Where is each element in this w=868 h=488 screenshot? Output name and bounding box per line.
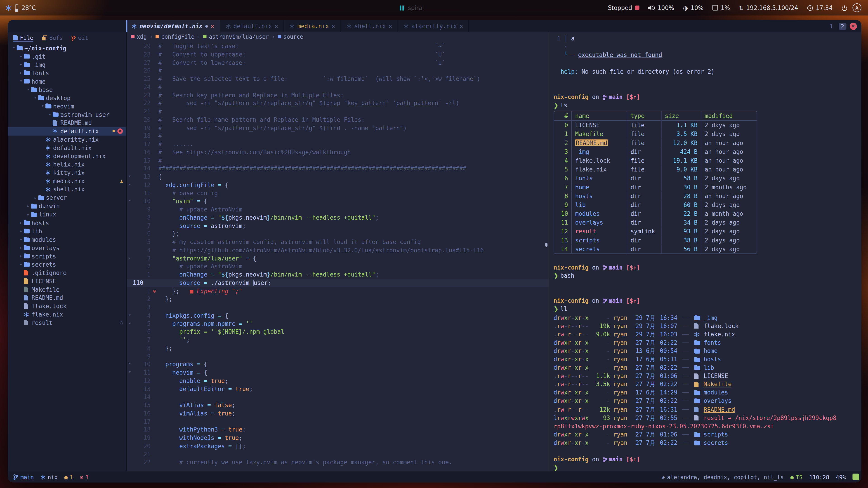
workspace-label[interactable]: spiral xyxy=(408,4,424,11)
buffer-tab-media.nix[interactable]: media.nix× xyxy=(284,20,341,32)
breadcrumb-item[interactable]: source xyxy=(278,33,303,39)
tree-item-modules[interactable]: ▸modules xyxy=(8,235,126,243)
fold-chevron-icon[interactable]: ▾ xyxy=(127,360,133,368)
editor-line[interactable]: 12 enable = true; xyxy=(127,377,549,385)
close-file-icon[interactable]: × xyxy=(117,128,123,134)
terminal-command-line[interactable]: ❯ xyxy=(554,464,862,471)
tree-item-development.nix[interactable]: development.nix xyxy=(8,152,126,160)
editor-line[interactable]: 5 # my cusotom astronvim config, astronv… xyxy=(127,238,549,246)
fold-chevron-icon[interactable]: ▾ xyxy=(127,320,133,328)
tree-item-desktop[interactable]: ▾desktop xyxy=(8,94,126,102)
editor-line[interactable]: ▾12 xdg.configFile = { xyxy=(127,181,549,189)
buffer-tab-shell.nix[interactable]: shell.nix× xyxy=(341,20,398,32)
editor-line[interactable]: 24 # xyxy=(127,83,549,91)
fold-chevron-icon[interactable]: ▾ xyxy=(127,173,133,181)
network-address[interactable]: 192.168.5.100/24 xyxy=(746,4,798,11)
tree-item-media.nix[interactable]: media.nix▲ xyxy=(8,177,126,185)
editor-line[interactable]: 27 # Convert to lowercase: `u` xyxy=(127,58,549,66)
chevron-right-icon[interactable]: ▸ xyxy=(18,237,24,242)
tree-item-secrets[interactable]: ▸secrets xyxy=(8,260,126,269)
editor-line[interactable]: 6 }; xyxy=(127,230,549,238)
editor-line[interactable]: 3 xyxy=(127,303,549,311)
tree-item-hosts[interactable]: ▸hosts xyxy=(8,219,126,227)
tree-item-linux[interactable]: ▸linux xyxy=(8,210,126,219)
breadcrumb-item[interactable]: xdg xyxy=(131,33,147,39)
tree-item-.gitignore[interactable]: .gitignore xyxy=(8,268,126,277)
tree-item-result[interactable]: result○ xyxy=(8,319,126,327)
tree-item-README.md[interactable]: README.md xyxy=(8,293,126,302)
chevron-right-icon[interactable]: ▸ xyxy=(26,203,31,208)
tree-item-Makefile[interactable]: Makefile xyxy=(8,285,126,293)
sidebar-tab-file[interactable]: File xyxy=(13,35,33,41)
tree-item-flake.lock[interactable]: flake.lock xyxy=(8,302,126,310)
editor-line[interactable]: 14 xyxy=(127,393,549,401)
code-editor[interactable]: xdg›configFile›astronvim/lua/user›source… xyxy=(127,32,549,471)
editor-line[interactable]: ▾10 programs = { xyxy=(127,360,549,368)
editor-line[interactable]: 11 # base config xyxy=(127,189,549,197)
tree-item-kitty.nix[interactable]: kitty.nix xyxy=(8,168,126,177)
close-window-icon[interactable]: × xyxy=(850,22,857,30)
tree-item-shell.nix[interactable]: shell.nix xyxy=(8,185,126,194)
terminal-command-line[interactable]: ❯ bash xyxy=(554,272,862,280)
chevron-right-icon[interactable]: ▸ xyxy=(26,212,31,217)
chevron-right-icon[interactable]: ▸ xyxy=(18,220,24,225)
tree-item-darwin[interactable]: ▸darwin xyxy=(8,202,126,210)
buffer-tab-default.nix[interactable]: default.nix× xyxy=(220,20,284,32)
tree-item-default.nix[interactable]: default.nix xyxy=(8,144,126,152)
editor-line[interactable]: 8 }; xyxy=(127,344,549,352)
close-tab-icon[interactable]: × xyxy=(211,23,214,29)
editor-line[interactable]: ▾11 neovim = { xyxy=(127,368,549,377)
tree-item-LICENSE[interactable]: LICENSE xyxy=(8,277,126,285)
chevron-down-icon[interactable]: ▾ xyxy=(18,78,24,84)
editor-line[interactable]: 6 prefix = ''${HOME}/.npm-global xyxy=(127,328,549,336)
close-tab-icon[interactable]: × xyxy=(332,23,335,29)
editor-line[interactable]: 1⊗ }; ■ Expecting ";" xyxy=(127,287,549,295)
tree-item-README.md[interactable]: README.md xyxy=(8,119,126,127)
editor-line[interactable]: 9 xyxy=(127,352,549,360)
tree-item-alacritty.nix[interactable]: alacritty.nix xyxy=(8,135,126,144)
editor-line[interactable]: 8 onChange = "${pkgs.neovim}/bin/nvim --… xyxy=(127,214,549,222)
editor-line[interactable]: 2 }; xyxy=(127,295,549,303)
buffer-tab-neovim/default.nix[interactable]: neovim/default.nix●× xyxy=(126,20,220,32)
nix-logo-icon[interactable] xyxy=(5,5,11,11)
tabpage-1[interactable]: 1 xyxy=(828,22,835,30)
editor-line[interactable]: 1 onChange = "${pkgs.neovim}/bin/nvim --… xyxy=(127,271,549,279)
statusline-errors[interactable]: ⊗ 1 xyxy=(80,474,89,480)
chevron-down-icon[interactable]: ▾ xyxy=(11,45,17,51)
tree-item-~/nix-config[interactable]: ▾~/nix-config xyxy=(8,43,126,52)
scrollbar-thumb[interactable] xyxy=(545,243,548,247)
tree-item-base[interactable]: ▾base xyxy=(8,86,126,94)
file-tree[interactable]: ▾~/nix-config▸.git▸_img▸fonts▾home▾base▾… xyxy=(8,43,126,471)
tree-item-lib[interactable]: ▸lib xyxy=(8,227,126,235)
volume-level[interactable]: 100% xyxy=(657,4,674,11)
editor-line[interactable]: 20 # Search file name pattern and Replac… xyxy=(127,116,549,124)
chevron-right-icon[interactable]: ▸ xyxy=(18,262,24,267)
editor-line[interactable]: 2 # update AstroNvim xyxy=(127,262,549,270)
tree-item-home[interactable]: ▾home xyxy=(8,77,126,86)
editor-line[interactable]: 23 # Search key pattern and Replace in M… xyxy=(127,91,549,99)
editor-line[interactable]: 110 source = ./astronvim_user; xyxy=(127,279,549,287)
editor-line[interactable]: 7 ''; xyxy=(127,336,549,344)
tree-item-overlays[interactable]: ▸overlays xyxy=(8,243,126,252)
editor-line[interactable]: 17 xyxy=(127,418,549,426)
tree-item-scripts[interactable]: ▸scripts xyxy=(8,252,126,260)
editor-line[interactable]: 16 # See https://astronvim.com/Basic%20U… xyxy=(127,148,549,156)
editor-line[interactable]: 9 # update AstroNvim xyxy=(127,205,549,214)
tree-item-helix.nix[interactable]: helix.nix xyxy=(8,160,126,168)
chevron-down-icon[interactable]: ▾ xyxy=(26,87,31,92)
editor-line[interactable]: 28 # Convert to uppercase: `U` xyxy=(127,50,549,58)
breadcrumb-item[interactable]: configFile xyxy=(156,33,194,39)
close-tab-icon[interactable]: × xyxy=(389,23,392,29)
editor-line[interactable]: 16 vimAlias = true; xyxy=(127,410,549,418)
sidebar-tab-git[interactable]: Git xyxy=(71,35,88,41)
editor-line[interactable]: ▾10 "nvim" = { xyxy=(127,197,549,205)
code-lines[interactable]: 29 # Toggle text's case: `~` 28 # Conver… xyxy=(127,41,549,471)
user-badge[interactable]: A xyxy=(852,3,861,12)
fold-chevron-icon[interactable]: ▾ xyxy=(127,368,133,377)
editor-line[interactable]: 29 # Toggle text's case: `~` xyxy=(127,42,549,50)
editor-line[interactable]: 22 # sed -ri "s/pattern_str/replace_str/… xyxy=(127,99,549,107)
tree-item-flake.nix[interactable]: flake.nix xyxy=(8,310,126,319)
chevron-right-icon[interactable]: ▸ xyxy=(18,245,24,250)
editor-line[interactable]: ▾5 programs.npm.npmrc = '' xyxy=(127,320,549,328)
editor-line[interactable]: 20 extraPackages = []; xyxy=(127,442,549,450)
